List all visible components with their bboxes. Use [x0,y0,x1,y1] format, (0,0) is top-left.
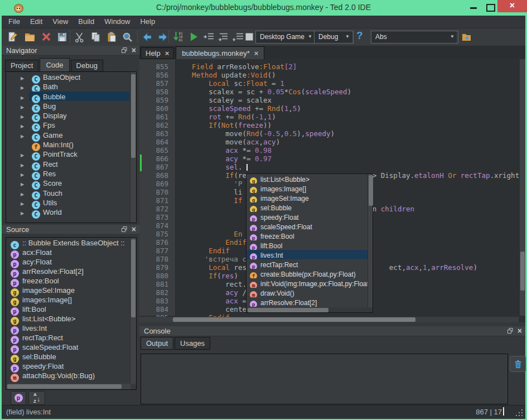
close-panel-icon[interactable]: × [132,47,136,54]
paste-button[interactable] [104,30,119,44]
source-item-acy-float[interactable]: pacy:Float [6,257,136,266]
menu-item-window[interactable]: Window [99,16,135,26]
source-item-images-image[interactable]: gimages:Image[] [6,295,136,304]
console-tab-output[interactable]: Output [141,337,173,350]
step-into-button[interactable] [201,30,216,44]
editor-tab-help[interactable]: Help× [141,47,174,59]
tree-item-fps[interactable]: ▶CFps [6,120,136,129]
popup-scrollbar[interactable] [368,174,373,307]
completion-item-lift-bool[interactable]: plift:Bool [246,240,373,250]
source-item-imagesel-image[interactable]: gimageSel:Image [6,285,136,295]
cut-button[interactable] [72,30,86,44]
tree-item-rect[interactable]: ▶CRect [6,159,136,168]
tree-item-bug[interactable]: ▶CBug [6,101,136,110]
navigator-tab-debug[interactable]: Debug [71,60,103,72]
source-item-sel-bubble[interactable]: gsel:Bubble [6,351,136,361]
source-item-arrresolve-float-2[interactable]: parrResolve:Float[2] [6,266,136,276]
completion-item-scalespeed-float[interactable]: pscaleSpeed:Float [246,221,373,231]
completion-item-recttap-rect[interactable]: prectTap:Rect [246,259,373,269]
expand-arrow-icon[interactable]: ▶ [21,209,32,218]
close-file-button[interactable] [39,30,54,44]
forward-button[interactable] [155,30,170,44]
tree-item-touch[interactable]: ▶CTouch [6,188,136,197]
completion-item-imagesel-image[interactable]: gimageSel:Image [246,193,373,202]
tree-item-bubble[interactable]: ▶CBubble [6,91,136,101]
source-item-acx-float[interactable]: pacx:Float [6,247,136,257]
tree-item-main-int[interactable]: fMain:Int() [6,139,136,149]
menu-item-view[interactable]: View [47,16,73,26]
help-icon[interactable]: ? [356,30,363,42]
sort-alpha-button[interactable]: AZ↓ [28,391,45,405]
build-folder-button[interactable] [459,30,473,44]
copy-button[interactable] [88,30,103,44]
completion-item-freeze-bool[interactable]: pfreeze:Bool [246,231,373,240]
save-file-button[interactable] [55,30,69,44]
open-file-button[interactable] [22,30,37,44]
tree-item-utils[interactable]: ▶CUtils [6,197,136,207]
completion-item-arrresolve-float-2[interactable]: parrResolve:Float[2] [246,297,373,307]
tree-item-world[interactable]: ▶CWorld [6,207,136,216]
close-tab-icon[interactable]: × [254,49,259,57]
completion-item-speedy-float[interactable]: pspeedy:Float [246,212,373,221]
source-hscrollbar[interactable] [6,384,130,389]
navigator-tab-code[interactable]: Code [40,58,69,72]
config-combo[interactable]: Debug ▼ [314,31,354,44]
resize-grip[interactable] [516,409,523,416]
maximize-button[interactable] [486,4,495,12]
source-item-scalespeed-float[interactable]: pscaleSpeed:Float [6,342,136,351]
completion-item-init-void-img-image-px-float-py-float[interactable]: minit:Void(img:Image,px:Float,py:Float [246,278,373,288]
source-item-speedy-float[interactable]: pspeedy:Float [6,361,136,370]
run-button[interactable] [186,30,201,44]
tree-item-display[interactable]: ▶CDisplay [6,110,136,120]
navigator-tab-project[interactable]: Project [5,60,38,72]
close-window-button[interactable]: × [497,0,527,12]
filter-private-button[interactable]: p [11,391,26,405]
tree-item-pointtrack[interactable]: ▶CPointTrack [6,149,136,158]
completion-item-create-bubble-px-float-py-float[interactable]: fcreate:Bubble(px:Float,py:Float) [246,269,373,278]
editor-hscrollbar[interactable] [139,317,519,322]
source-item-lives-int[interactable]: plives:Int [6,323,136,332]
minimize-button[interactable] [470,7,477,9]
target-combo[interactable]: Desktop Game ▼ [255,31,316,44]
tree-item-game[interactable]: ▶CGame [6,130,136,139]
find-button[interactable] [120,30,134,44]
menu-item-edit[interactable]: Edit [25,16,47,26]
completion-item-draw-void[interactable]: mdraw:Void() [246,288,373,297]
close-panel-icon[interactable]: × [132,226,136,233]
source-item-recttap-rect[interactable]: prectTap:Rect [6,332,136,342]
completion-item-lives-int[interactable]: plives:Int [246,250,373,259]
menu-item-build[interactable]: Build [73,16,99,26]
float-panel-icon[interactable] [122,226,127,232]
console-tab-usages[interactable]: Usages [175,337,210,350]
goto-line-button[interactable]: 011001 [171,30,186,44]
source-item-list-list-bubble[interactable]: glist:List<Bubble> [6,313,136,323]
float-panel-icon[interactable] [122,47,127,53]
close-panel-icon[interactable]: × [518,327,522,334]
menu-item-file[interactable]: File [3,16,25,26]
editor-vscrollbar[interactable] [519,59,525,316]
close-tab-icon[interactable]: × [165,49,170,57]
code-editor[interactable]: 855 Field arrResolve:Float[2]856 Method … [139,59,525,322]
completion-item-images-image[interactable]: gimages:Image[] [246,184,373,193]
step-over-button[interactable] [216,30,231,44]
source-item-bubble-extends-baseobject[interactable]: c:: Bubble Extends BaseObject :: [6,238,136,247]
tree-item-score[interactable]: ▶CScore [6,178,136,187]
new-file-button[interactable] [6,30,20,44]
popup-hscrollbar[interactable] [246,307,373,312]
tree-item-baseobject[interactable]: ▶CBaseObject [6,72,136,81]
tree-item-bath[interactable]: ▶CBath [6,81,136,91]
completion-item-list-list-bubble[interactable]: glist:List<Bubble> [246,174,373,184]
source-item-freeze-bool[interactable]: pfreeze:Bool [6,276,136,285]
search-combo[interactable]: Abs ▼ [371,31,458,44]
source-item-attachbug-void-b-bug[interactable]: mattachBug:Void(b:Bug) [6,370,136,380]
source-scrollbar[interactable] [130,238,136,384]
source-item-lift-bool[interactable]: plift:Bool [6,304,136,313]
completion-item-sel-bubble[interactable]: gsel:Bubble [246,202,373,212]
float-panel-icon[interactable] [507,328,513,334]
stop-button[interactable] [242,30,257,44]
editor-tab-bubblebugs-monkey[interactable]: bubblebugs.monkey*× [176,46,264,60]
tree-item-res[interactable]: ▶CRes [6,168,136,178]
back-button[interactable] [140,30,154,44]
clear-console-button[interactable] [510,356,526,372]
console-output-area[interactable] [141,354,508,404]
